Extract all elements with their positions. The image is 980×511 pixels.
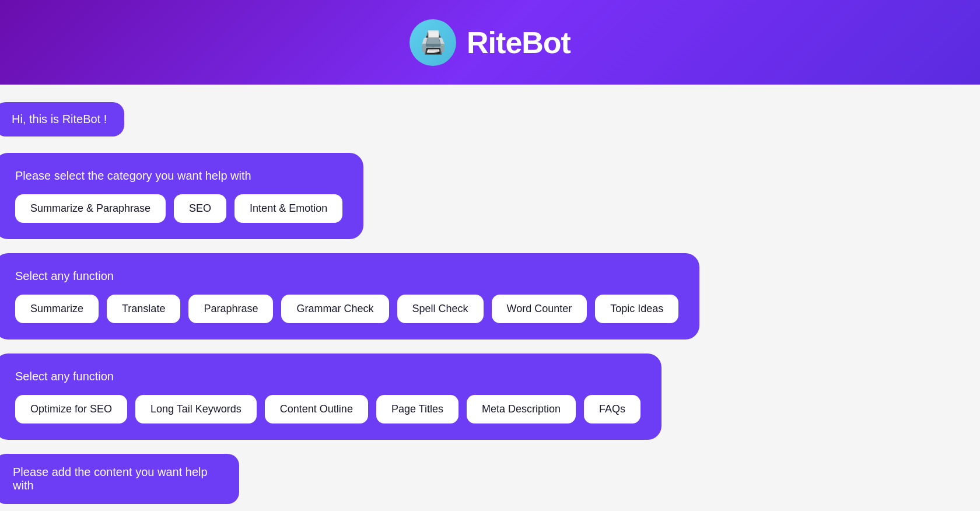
btn-spell-check[interactable]: Spell Check — [397, 295, 484, 323]
category-buttons: Summarize & Paraphrase SEO Intent & Emot… — [15, 194, 342, 223]
function-card-1: Select any function Summarize Translate … — [0, 253, 699, 340]
btn-page-titles[interactable]: Page Titles — [376, 395, 459, 424]
chat-sections: Hi, this is RiteBot ! Please select the … — [0, 85, 980, 511]
content-request-row: Please add the content you want help wit… — [0, 440, 980, 504]
app-logo: 🖨️ — [410, 19, 456, 66]
btn-grammar-check[interactable]: Grammar Check — [281, 295, 388, 323]
function-card-2: Select any function Optimize for SEO Lon… — [0, 354, 662, 440]
app-title: RiteBot — [467, 25, 570, 60]
function-label-2: Select any function — [15, 370, 640, 383]
greeting-row: Hi, this is RiteBot ! — [0, 85, 980, 136]
function-selection-2-row: Select any function Optimize for SEO Lon… — [0, 340, 980, 440]
btn-content-outline[interactable]: Content Outline — [265, 395, 368, 424]
function-label-1: Select any function — [15, 270, 678, 283]
btn-topic-ideas[interactable]: Topic Ideas — [595, 295, 678, 323]
btn-seo[interactable]: SEO — [174, 194, 226, 223]
btn-paraphrase[interactable]: Paraphrase — [188, 295, 273, 323]
chat-main: Hi, this is RiteBot ! Please select the … — [0, 85, 980, 511]
btn-translate[interactable]: Translate — [107, 295, 180, 323]
category-card: Please select the category you want help… — [0, 153, 363, 239]
content-request-bubble: Please add the content you want help wit… — [0, 454, 239, 504]
category-label: Please select the category you want help… — [15, 169, 342, 183]
function-buttons-1: Summarize Translate Paraphrase Grammar C… — [15, 295, 678, 323]
btn-summarize[interactable]: Summarize — [15, 295, 99, 323]
category-selection-row: Please select the category you want help… — [0, 136, 980, 239]
btn-word-counter[interactable]: Word Counter — [492, 295, 587, 323]
greeting-bubble: Hi, this is RiteBot ! — [0, 102, 124, 136]
app-header: 🖨️ RiteBot — [0, 0, 980, 85]
btn-summarize-paraphrase[interactable]: Summarize & Paraphrase — [15, 194, 166, 223]
function-selection-1-row: Select any function Summarize Translate … — [0, 239, 980, 340]
btn-faqs[interactable]: FAQs — [584, 395, 640, 424]
btn-intent-emotion[interactable]: Intent & Emotion — [235, 194, 342, 223]
logo-icon: 🖨️ — [419, 30, 447, 55]
btn-long-tail-keywords[interactable]: Long Tail Keywords — [135, 395, 257, 424]
btn-optimize-seo[interactable]: Optimize for SEO — [15, 395, 127, 424]
function-buttons-2: Optimize for SEO Long Tail Keywords Cont… — [15, 395, 640, 424]
btn-meta-description[interactable]: Meta Description — [467, 395, 576, 424]
